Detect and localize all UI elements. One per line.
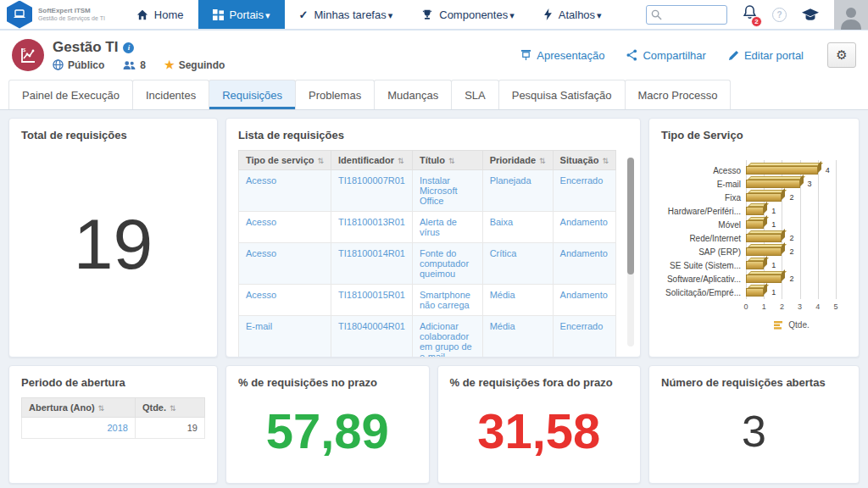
info-icon[interactable]: i [123, 42, 134, 53]
search-icon [651, 9, 662, 20]
compartilhar-button[interactable]: Compartilhar [626, 49, 705, 62]
editar-portal-label: Editar portal [744, 49, 804, 62]
nav-minhas-tarefas[interactable]: Minhas tarefas [285, 0, 408, 29]
chart-value-label: 2 [789, 234, 793, 242]
sort-icon [314, 155, 325, 165]
tipo-servico-chart: Acesso4E-mail3Fixa2Hardware/Periféri...1… [661, 164, 847, 330]
chart-category-label: SAP (ERP) [661, 247, 746, 257]
chart-value-label: 1 [771, 220, 776, 229]
table-row[interactable]: AcessoTI18100007R01Instalar Microsoft Of… [239, 170, 616, 212]
table-row[interactable]: AcessoTI18100013R01Alerta de vírusBaixaA… [239, 212, 616, 243]
requisicoes-table: Tipo de serviço Identificador Título Pri… [238, 150, 616, 358]
card-title: Periodo de abertura [21, 376, 205, 389]
chart-bar[interactable] [746, 261, 764, 269]
col-identificador[interactable]: Identificador [331, 151, 413, 170]
col-situacao[interactable]: Situação [553, 151, 615, 170]
portal-followers[interactable]: 8 [123, 59, 146, 71]
grid-icon [213, 9, 224, 20]
chart-bar-row: SAP (ERP)2 [661, 245, 847, 258]
col-titulo[interactable]: Título [412, 151, 482, 170]
table-row[interactable]: E-mailTI18040004R01Adicionar colaborador… [239, 316, 616, 358]
chart-bar[interactable] [746, 220, 764, 229]
notification-count-badge: 2 [751, 16, 762, 27]
tab-macro-processo[interactable]: Macro Processo [625, 80, 732, 109]
tab-mudancas[interactable]: Mudanças [374, 80, 452, 109]
bottom-middle-cards: % de requisições no prazo 57,89 % de req… [225, 365, 641, 484]
chart-category-label: SE Suite (Sistem... [661, 261, 746, 270]
portal-visibility: Público [53, 59, 104, 71]
card-tipo-servico: Tipo de Serviço Acesso4E-mail3Fixa2Hardw… [648, 118, 860, 358]
chart-category-label: Hardware/Periféri... [661, 207, 746, 216]
nav-componentes[interactable]: Componentes [407, 0, 528, 29]
year-qty: 19 [135, 418, 204, 439]
share-icon [626, 49, 637, 61]
visibility-label: Público [68, 59, 104, 71]
user-avatar[interactable] [834, 0, 868, 30]
apresentacao-button[interactable]: Apresentação [520, 49, 604, 62]
bolt-icon [543, 8, 553, 20]
chart-bar[interactable] [746, 166, 818, 175]
chart-bar[interactable] [746, 180, 800, 188]
table-scrollbar[interactable] [627, 158, 634, 347]
notifications-button[interactable]: 2 [743, 5, 757, 24]
chart-category-label: Móvel [661, 220, 746, 230]
editar-portal-button[interactable]: Editar portal [728, 49, 804, 62]
nav-portais-label: Portais [230, 8, 270, 21]
portal-actions: Apresentação Compartilhar Editar portal [520, 42, 856, 68]
chart-bar[interactable] [746, 234, 782, 242]
chart-bar[interactable] [746, 247, 782, 256]
portal-header: $ Gestão TI i Público 8 Seguindo [0, 30, 868, 80]
col-qtde[interactable]: Qtde. [135, 398, 204, 418]
table-row[interactable]: AcessoTI18100014R01Fonte do computador q… [239, 243, 616, 285]
tab-sla[interactable]: SLA [451, 80, 499, 109]
brand[interactable]: SoftExpert ITSM Gestão de Serviços de TI [0, 0, 105, 29]
sort-icon [95, 402, 105, 413]
gear-icon [836, 47, 847, 63]
tab-requisicoes[interactable]: Requisições [209, 80, 296, 109]
card-lista-requisicoes: Lista de requisições Tipo de serviço Ide… [225, 118, 641, 358]
chart-bar[interactable] [746, 288, 764, 297]
table-row[interactable]: AcessoTI18100015R01Smartphone não carreg… [239, 285, 616, 316]
nav-home-label: Home [154, 8, 184, 21]
chart-bar[interactable] [746, 193, 782, 202]
table-row[interactable]: 2018 19 [22, 418, 205, 439]
pencil-icon [728, 50, 739, 61]
following-indicator[interactable]: Seguindo [164, 58, 225, 71]
portal-settings-button[interactable] [827, 42, 856, 68]
portal-title: Gestão TI [53, 39, 118, 56]
scrollbar-thumb[interactable] [627, 158, 634, 274]
sort-icon [166, 402, 176, 413]
chart-line-icon: $ [19, 46, 37, 64]
pct-ontime-value: 57,89 [238, 389, 417, 473]
nav-home[interactable]: Home [122, 0, 198, 29]
training-cap-icon[interactable] [802, 8, 819, 21]
total-requisicoes-value: 19 [21, 141, 205, 347]
legend-label: Qtde. [788, 320, 809, 330]
tab-incidentes[interactable]: Incidentes [132, 80, 209, 109]
chart-bar[interactable] [746, 207, 764, 215]
col-prioridade[interactable]: Prioridade [482, 151, 553, 170]
tab-painel-de-execucao[interactable]: Painel de Execução [8, 80, 133, 109]
sort-icon [536, 155, 546, 165]
chart-bar-row: Fixa2 [661, 191, 847, 204]
compartilhar-label: Compartilhar [643, 49, 705, 62]
nav-atalhos[interactable]: Atalhos [529, 0, 616, 29]
chart-value-label: 4 [826, 166, 830, 175]
chart-bar[interactable] [746, 274, 782, 283]
chart-value-label: 2 [789, 274, 793, 283]
col-tipo-servico[interactable]: Tipo de serviço [239, 151, 331, 170]
help-button[interactable]: ? [772, 8, 787, 22]
tab-problemas[interactable]: Problemas [295, 80, 375, 109]
sort-icon [598, 155, 609, 165]
chart-category-label: Acesso [661, 166, 746, 175]
year-link[interactable]: 2018 [22, 418, 136, 439]
col-abertura-ano[interactable]: Abertura (Ano) [22, 398, 136, 418]
tab-pesquisa-satisfacao[interactable]: Pesquisa Satisfação [498, 80, 626, 109]
card-pct-no-prazo: % de requisições no prazo 57,89 [225, 365, 430, 484]
main-nav: Home Portais Minhas tarefas Componentes … [122, 0, 616, 29]
top-navbar: SoftExpert ITSM Gestão de Serviços de TI… [0, 0, 868, 30]
nav-portais[interactable]: Portais [198, 0, 285, 29]
chart-value-label: 1 [771, 261, 776, 269]
search-box [646, 5, 727, 25]
sort-icon [394, 155, 404, 165]
